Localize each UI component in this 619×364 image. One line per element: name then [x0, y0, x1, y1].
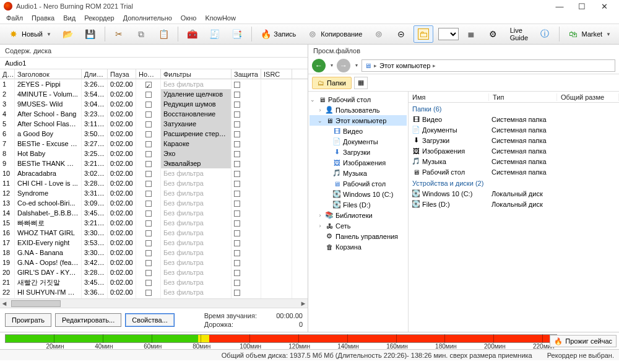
track-row[interactable]: 7BESTie - Excuse me3:27.440:02.00Караоке [0, 139, 308, 149]
track-protection[interactable] [232, 248, 261, 258]
track-protection[interactable] [232, 198, 261, 208]
options-button[interactable]: ⚙ [483, 25, 503, 43]
track-normalize[interactable] [136, 258, 161, 267]
filter-cell[interactable]: Без фильтра [161, 188, 232, 198]
track-normalize[interactable] [136, 208, 161, 218]
track-protection[interactable] [232, 139, 261, 149]
filter-menu-item[interactable]: Редукция шумов [161, 99, 232, 109]
folders-toggle[interactable]: 🗂 Папки [312, 77, 352, 89]
track-normalize[interactable] [136, 79, 161, 89]
edit-button[interactable]: Редактировать... [55, 313, 121, 327]
track-normalize[interactable] [136, 109, 161, 119]
tree-twisty-icon[interactable]: › [317, 223, 323, 229]
track-normalize[interactable] [136, 218, 161, 228]
tree-twisty-icon[interactable]: ⌄ [310, 97, 316, 103]
open-button[interactable]: 📂 [58, 25, 78, 43]
filter-cell[interactable]: Без фильтра [161, 267, 232, 277]
filter-cell[interactable]: Без фильтра [161, 287, 232, 297]
filter-menu-item[interactable]: Затухание [161, 119, 232, 129]
tree-twisty-icon[interactable]: ⌄ [317, 118, 323, 124]
track-protection[interactable] [232, 188, 261, 198]
track-row[interactable]: 13Co-ed school-Biri...3:09.540:02.00Без … [0, 198, 308, 208]
track-protection[interactable] [232, 208, 261, 218]
scroll-right-icon[interactable]: ► [299, 300, 308, 307]
track-table-body[interactable]: 12EYES - Pippi3:26.410:02.00Без фильтра2… [0, 79, 308, 298]
save-button[interactable]: 💾 [80, 25, 100, 43]
nav-back-button[interactable]: ← [312, 59, 326, 72]
scroll-thumb[interactable] [11, 300, 61, 307]
track-row[interactable]: 17EXID-Every night3:53.030:02.00Без филь… [0, 238, 308, 248]
help-button[interactable]: ⓘ [535, 25, 555, 43]
track-row[interactable]: 8Hot Baby3:25.330:02.00Эхо [0, 149, 308, 158]
track-row[interactable]: 11CHI CHI - Love is ...3:28.490:02.00Без… [0, 178, 308, 188]
track-normalize[interactable] [136, 277, 161, 287]
filter-menu-item[interactable]: Удаление щелчков [161, 89, 232, 99]
track-row[interactable]: 18G.NA - Banana3:30.050:02.00Без фильтра [0, 248, 308, 258]
tool-b-button[interactable]: 🧾 [205, 25, 225, 43]
scroll-left-icon[interactable]: ◄ [0, 300, 9, 307]
chevron-down-icon[interactable]: ▾ [355, 63, 358, 68]
file-row[interactable]: 🎞ВидеоСистемная папка [409, 114, 619, 124]
burn-button[interactable]: 🔥 Запись [256, 25, 300, 43]
track-row[interactable]: 5After School Flash...3:11.480:02.00Зату… [0, 119, 308, 129]
track-normalize[interactable] [136, 188, 161, 198]
col-title[interactable]: Заголовок [15, 69, 82, 79]
tree-item[interactable]: 🎞Видео [310, 126, 407, 136]
menu-дополнительно[interactable]: Дополнительно [123, 14, 172, 22]
track-protection[interactable] [232, 99, 261, 109]
tree-item[interactable]: ›🖧Сеть [310, 220, 407, 231]
track-normalize[interactable] [136, 99, 161, 109]
filter-cell[interactable]: Без фильтра [161, 277, 232, 287]
file-row[interactable]: 📄ДокументыСистемная папка [409, 124, 619, 135]
track-normalize[interactable] [136, 228, 161, 238]
file-row[interactable]: 🎵МузыкаСистемная папка [409, 156, 619, 167]
track-protection[interactable] [232, 178, 261, 188]
track-protection[interactable] [232, 277, 261, 287]
cut-button[interactable]: ✂ [109, 25, 129, 43]
track-protection[interactable] [232, 168, 261, 178]
chevron-down-icon[interactable]: ▾ [331, 63, 333, 68]
track-normalize[interactable] [136, 198, 161, 208]
track-protection[interactable] [232, 119, 261, 129]
filter-cell[interactable]: Без фильтра [161, 228, 232, 238]
live-guide-button[interactable]: Live Guide [506, 25, 532, 43]
file-row[interactable]: ⬇ЗагрузкиСистемная папка [409, 135, 619, 145]
play-button[interactable]: Проиграть [5, 313, 51, 327]
filter-cell[interactable]: Без фильтра [161, 218, 232, 228]
track-normalize[interactable] [136, 267, 161, 277]
track-row[interactable]: 39MUSES- Wild3:04.590:02.00Редукция шумо… [0, 99, 308, 109]
file-row[interactable]: 🖥Рабочий столСистемная папка [409, 167, 619, 177]
properties-button[interactable]: Свойства... [125, 313, 174, 327]
maximize-button[interactable]: ☐ [571, 2, 593, 11]
filter-cell[interactable]: Без фильтра [161, 79, 232, 89]
track-row[interactable]: 9BESTie THANK U ...3:21.000:02.00Эквалай… [0, 158, 308, 168]
track-row[interactable]: 21새빨간 거짓말3:45.030:02.00Без фильтра [0, 277, 308, 287]
tree-item[interactable]: ⬇Загрузки [310, 147, 407, 157]
folder-tree[interactable]: ⌄🖥Рабочий стол›👤Пользователь⌄🖥Этот компь… [308, 92, 409, 332]
close-button[interactable]: ✕ [593, 2, 615, 11]
track-row[interactable]: 6a Good Boy3:50.570:02.00Расширение стер… [0, 129, 308, 139]
file-row[interactable]: 💽Files (D:)Локальный диск [409, 199, 619, 209]
tree-twisty-icon[interactable]: › [317, 212, 323, 219]
col-pause[interactable]: Пауза [108, 69, 136, 79]
tree-item[interactable]: 💽Files (D:) [310, 199, 407, 210]
copy-disc-button[interactable]: ⊚ Копирование [303, 25, 366, 43]
filter-menu-item[interactable]: Эквалайзер [161, 158, 232, 168]
track-row[interactable]: 12EYES - Pippi3:26.410:02.00Без фильтра [0, 79, 308, 89]
tree-item[interactable]: 🖥Рабочий стол [310, 178, 407, 189]
filter-cell[interactable]: Без фильтра [161, 258, 232, 267]
track-normalize[interactable] [136, 89, 161, 99]
menu-правка[interactable]: Правка [32, 14, 54, 22]
track-protection[interactable] [232, 109, 261, 119]
new-button[interactable]: ✸ Новый ▼ [4, 25, 56, 43]
track-protection[interactable] [232, 89, 261, 99]
tree-twisty-icon[interactable]: › [317, 107, 323, 113]
menu-вид[interactable]: Вид [63, 14, 76, 22]
tree-item[interactable]: ⌄🖥Рабочий стол [310, 94, 407, 105]
track-normalize[interactable] [136, 129, 161, 139]
tree-item[interactable]: ⌄🖥Этот компьютер [310, 115, 407, 126]
explorer-button[interactable]: 🗀 [413, 25, 433, 43]
erase-button[interactable]: ⊝ [391, 25, 411, 43]
file-row[interactable]: 🖼ИзображенияСистемная папка [409, 145, 619, 156]
track-normalize[interactable] [136, 248, 161, 258]
